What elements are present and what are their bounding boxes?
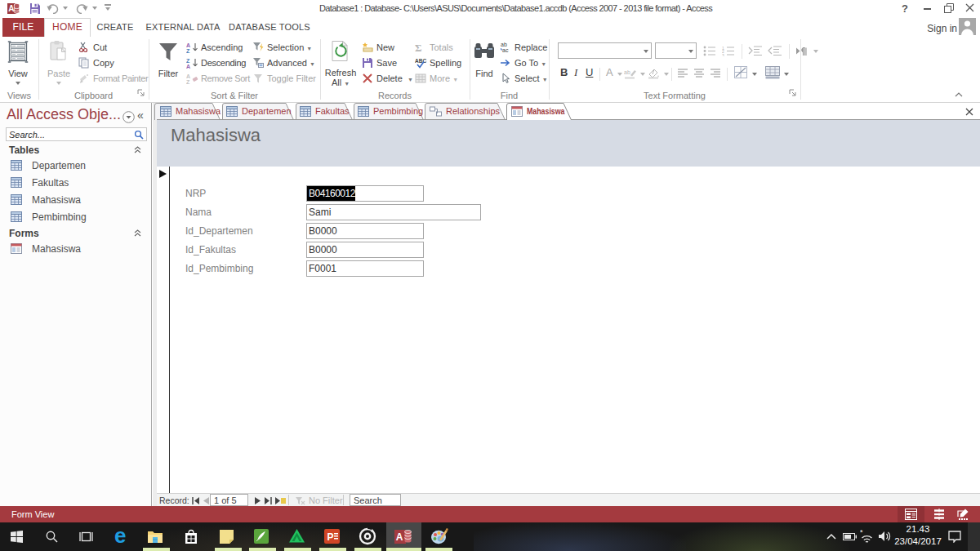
- svg-text:P: P: [327, 531, 334, 543]
- svg-text:A: A: [396, 531, 403, 543]
- svg-text:Z: Z: [186, 79, 190, 85]
- svg-text:ab: ab: [501, 42, 507, 47]
- svg-text:Z: Z: [186, 48, 190, 54]
- svg-text:A: A: [8, 4, 14, 13]
- svg-text:ab: ab: [624, 69, 630, 75]
- svg-text:*: *: [860, 529, 863, 536]
- svg-text:A: A: [186, 73, 190, 79]
- svg-text:A: A: [186, 64, 190, 69]
- svg-text:ABC: ABC: [415, 58, 426, 64]
- svg-text:3: 3: [722, 53, 724, 57]
- svg-text:A: A: [186, 42, 190, 48]
- svg-text:ac: ac: [502, 47, 509, 53]
- svg-text:Z: Z: [186, 58, 190, 64]
